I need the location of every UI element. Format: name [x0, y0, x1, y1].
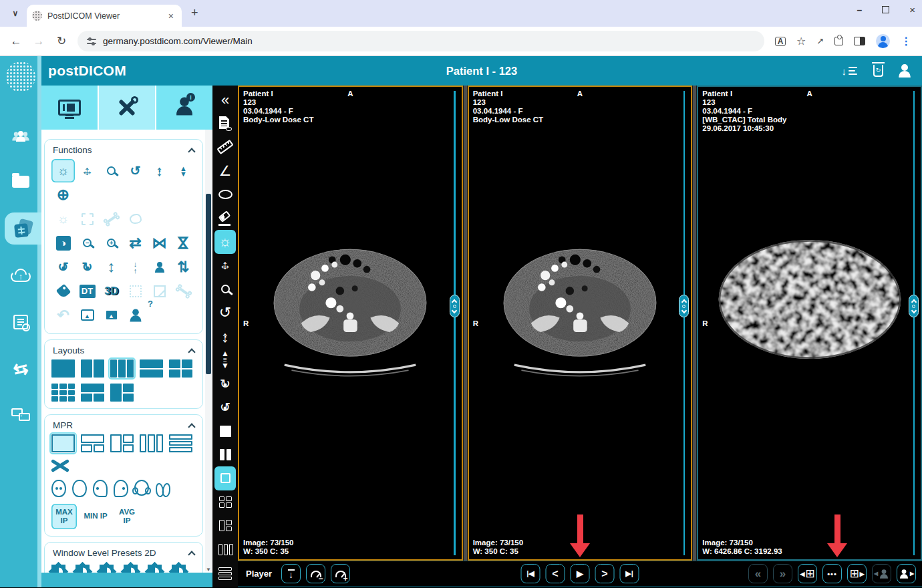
ruler-tool-button[interactable]	[214, 136, 236, 159]
recycle-bin-icon[interactable]: ↻	[873, 65, 883, 77]
stack-scroll-button[interactable]: ▲≡▼	[214, 348, 236, 372]
dicom-tag-tool[interactable]: DT	[75, 279, 99, 303]
layout-1x3[interactable]	[110, 359, 134, 378]
wl-preset-3[interactable]	[100, 565, 114, 573]
extensions-icon[interactable]	[834, 37, 843, 45]
mpr-oblique-icon[interactable]	[51, 458, 69, 473]
speed-down-button[interactable]: −	[306, 564, 325, 583]
rotate-button[interactable]: ↺	[214, 301, 236, 325]
viewport-1[interactable]: Patient I 123 03.04.1944 - F Body-Low Do…	[238, 86, 463, 561]
mpr-coronal-back-icon[interactable]	[72, 480, 87, 497]
previous-frame-button[interactable]: <	[546, 564, 565, 583]
site-settings-icon[interactable]	[87, 37, 96, 45]
window-level-tool[interactable]: ☼	[51, 159, 75, 182]
zoom-out-tool[interactable]: −	[75, 231, 99, 255]
mpr-layout-3-cols[interactable]	[140, 434, 163, 452]
url-field[interactable]: germany.postdicom.com/Viewer/Main	[78, 31, 764, 51]
series-scroll-track[interactable]	[913, 91, 915, 555]
expand-vertical-tool[interactable]: ↕	[100, 255, 123, 279]
zoom-tool[interactable]	[100, 159, 123, 182]
invert-tool[interactable]: ◑	[51, 231, 75, 255]
layout-single-selected-button[interactable]	[214, 466, 236, 490]
reset-rotation-tool[interactable]: ↺	[51, 255, 75, 279]
series-scroll-handle[interactable]	[450, 295, 460, 317]
tab-patient-info[interactable]: i	[156, 86, 212, 130]
sidebar-item-worklist[interactable]	[0, 306, 41, 338]
layout-3-cols-button[interactable]	[214, 537, 236, 561]
layout-1x2[interactable]	[81, 359, 104, 378]
collapse-chevron-icon[interactable]	[188, 423, 195, 430]
wl-preset-2[interactable]	[75, 565, 90, 573]
account-icon[interactable]	[898, 64, 911, 78]
anonymous-patient-tool[interactable]: ?	[124, 303, 147, 327]
side-panel-icon[interactable]	[854, 37, 865, 45]
localizer-tool[interactable]: ⊕	[51, 183, 75, 206]
mirror-vertical-tool[interactable]: ⋈	[172, 231, 195, 255]
viewport-2[interactable]: Patient I 123 03.04.1944 - F Body-Low Do…	[468, 86, 693, 561]
pan-button[interactable]: ↔↕	[214, 254, 236, 277]
bone-tool[interactable]	[100, 207, 123, 231]
sidebar-item-patients[interactable]	[0, 119, 41, 151]
series-scroll-handle[interactable]	[679, 295, 689, 317]
cine-export-button[interactable]: ↓	[281, 564, 301, 583]
export-image-tool[interactable]: ▲	[75, 303, 99, 327]
stack-scroll-tool[interactable]: ▲▼	[172, 159, 195, 182]
mpr-coronal-front-icon[interactable]	[51, 480, 66, 497]
next-frame-button[interactable]: >	[595, 564, 615, 583]
angle-tool-button[interactable]: ∠	[214, 159, 236, 182]
next-patient-button[interactable]: ▶	[897, 564, 916, 583]
layout-3x3[interactable]	[51, 384, 75, 402]
rotate-tool[interactable]: ↺	[124, 159, 147, 182]
window-minimize-button[interactable]: –	[857, 5, 862, 15]
sidebar-item-sync[interactable]: ⇆	[0, 353, 41, 385]
min-ip-button[interactable]: MIN IP	[83, 504, 108, 529]
reload-icon[interactable]: ↻	[52, 34, 71, 48]
fullscreen-icon[interactable]: ↗	[816, 36, 824, 46]
window-level-button[interactable]: ☼	[214, 230, 236, 253]
wl-preset-6[interactable]	[172, 565, 186, 573]
mpr-axial-top-icon[interactable]	[134, 480, 149, 496]
eraser-button[interactable]	[214, 206, 236, 230]
speed-up-button[interactable]: +	[331, 564, 350, 583]
layout-1x2-button[interactable]	[214, 443, 236, 466]
mirror-horizontal-tool[interactable]: ⋈	[148, 231, 171, 255]
translate-icon[interactable]: A	[775, 37, 786, 46]
wl-preset-4[interactable]	[124, 565, 138, 573]
tab-close-icon[interactable]: ×	[166, 11, 176, 21]
undo-tool[interactable]: ↶	[51, 303, 75, 327]
pan-tool[interactable]: ↔↕	[75, 159, 99, 182]
reset-rotation-button[interactable]: ↻	[214, 372, 236, 396]
save-image-tool[interactable]: ▲	[100, 303, 123, 327]
sidebar-item-remote-view[interactable]	[0, 400, 41, 432]
layout-1-left-2-right[interactable]	[110, 384, 134, 402]
window-level-roi-tool[interactable]: ☼	[51, 207, 75, 231]
mpr-layout-3-rows[interactable]	[169, 434, 192, 452]
collapse-chevron-icon[interactable]	[188, 551, 195, 558]
next-layout-button[interactable]: ⊞▶	[847, 564, 867, 583]
window-close-button[interactable]: ×	[909, 4, 915, 15]
collapse-chevron-icon[interactable]	[188, 148, 195, 155]
wl-preset-5[interactable]	[148, 565, 162, 573]
mpr-sagittal-right-icon[interactable]	[114, 480, 128, 497]
viewport-divider[interactable]	[692, 86, 697, 561]
scroll-button[interactable]: ↕▪	[214, 325, 236, 348]
window-maximize-button[interactable]	[882, 6, 889, 13]
patient-orientation-tool[interactable]	[148, 255, 171, 279]
mpr-layout-1-left-2-right[interactable]	[110, 434, 134, 452]
select-roi-tool[interactable]	[124, 279, 147, 303]
mpr-axial-feet-icon[interactable]	[155, 480, 171, 497]
layout-1-left-2-right-button[interactable]	[214, 514, 236, 537]
browser-profile-avatar[interactable]	[876, 34, 890, 48]
bookmark-star-icon[interactable]: ☆	[796, 35, 806, 47]
layout-1x1[interactable]	[51, 359, 75, 378]
avg-ip-button[interactable]: AVG IP	[114, 504, 140, 529]
collapse-toolbar-button[interactable]: «	[214, 88, 236, 112]
first-frame-button[interactable]: |◀	[521, 564, 541, 583]
series-scroll-track[interactable]	[683, 91, 685, 555]
tag-tool[interactable]	[51, 279, 75, 303]
previous-series-button[interactable]: «	[748, 564, 768, 583]
panel-scrollbar[interactable]: ▼	[205, 130, 212, 571]
next-series-button[interactable]: »	[773, 564, 792, 583]
last-frame-button[interactable]: ▶|	[620, 564, 639, 583]
collapse-chevron-icon[interactable]	[188, 348, 195, 355]
